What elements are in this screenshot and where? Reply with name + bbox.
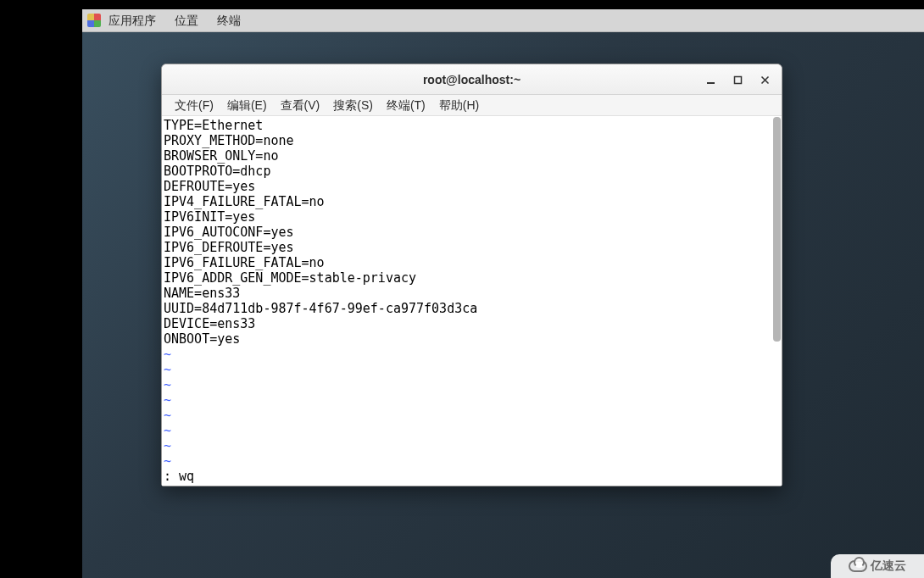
maximize-button[interactable] xyxy=(724,68,751,92)
tilde-empty-line: ~ xyxy=(164,438,780,453)
panel-menu-places[interactable]: 位置 xyxy=(165,9,208,32)
menu-view[interactable]: 查看(V) xyxy=(274,95,327,116)
watermark: 亿速云 xyxy=(831,554,924,578)
svg-rect-0 xyxy=(707,82,715,84)
file-content-lines: TYPE=Ethernet PROXY_METHOD=none BROWSER_… xyxy=(164,118,477,347)
menu-edit[interactable]: 编辑(E) xyxy=(220,95,274,116)
tilde-empty-line: ~ xyxy=(164,392,780,408)
applications-icon xyxy=(87,14,101,27)
gnome-top-panel: 应用程序 位置 终端 xyxy=(82,9,924,32)
panel-menu-terminal[interactable]: 终端 xyxy=(208,9,250,32)
close-button[interactable] xyxy=(751,68,778,92)
minimize-button[interactable] xyxy=(697,68,724,92)
panel-menu-applications[interactable]: 应用程序 xyxy=(107,9,165,32)
tilde-empty-line: ~ xyxy=(164,423,780,438)
vi-command-line[interactable]: : wq xyxy=(164,469,194,484)
terminal-menu-bar: 文件(F) 编辑(E) 查看(V) 搜索(S) 终端(T) 帮助(H) xyxy=(162,95,782,116)
scrollbar[interactable] xyxy=(773,117,781,342)
tilde-empty-line: ~ xyxy=(164,377,780,392)
tilde-empty-line: ~ xyxy=(164,362,780,377)
terminal-window: root@localhost:~ 文件(F) 编辑(E) 查看(V) 搜索(S)… xyxy=(161,64,782,486)
left-letterbox xyxy=(0,0,82,578)
svg-rect-1 xyxy=(734,76,741,83)
menu-help[interactable]: 帮助(H) xyxy=(432,95,486,116)
watermark-text: 亿速云 xyxy=(871,559,906,574)
top-letterbox xyxy=(0,0,924,9)
tilde-empty-line: ~ xyxy=(164,347,780,362)
tilde-empty-line: ~ xyxy=(164,408,780,423)
window-title-bar[interactable]: root@localhost:~ xyxy=(162,64,782,95)
cloud-icon xyxy=(849,560,867,572)
window-controls xyxy=(697,64,778,95)
menu-terminal[interactable]: 终端(T) xyxy=(380,95,432,116)
window-title: root@localhost:~ xyxy=(423,73,520,86)
terminal-body[interactable]: TYPE=Ethernet PROXY_METHOD=none BROWSER_… xyxy=(162,116,782,486)
tilde-empty-line: ~ xyxy=(164,453,780,469)
menu-file[interactable]: 文件(F) xyxy=(168,95,220,116)
editor-content[interactable]: TYPE=Ethernet PROXY_METHOD=none BROWSER_… xyxy=(162,116,782,470)
menu-search[interactable]: 搜索(S) xyxy=(326,95,380,116)
